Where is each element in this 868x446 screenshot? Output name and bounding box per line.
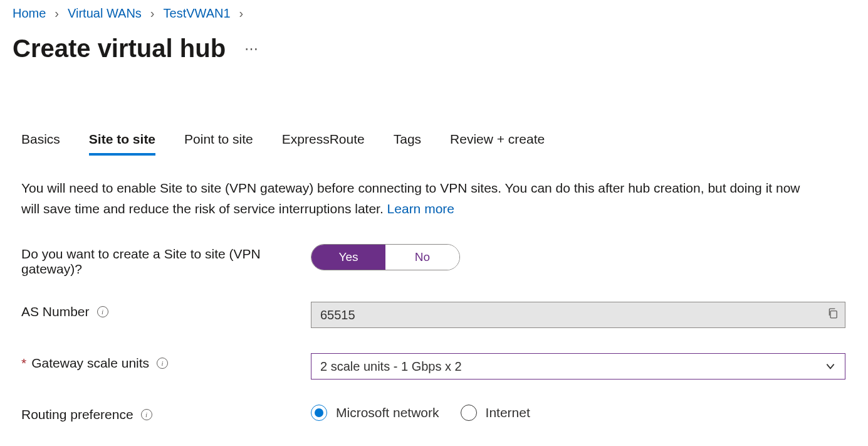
copy-icon[interactable] [827,308,839,322]
tab-review-create[interactable]: Review + create [450,132,545,156]
radio-icon [311,405,327,421]
chevron-right-icon: › [150,6,155,21]
as-number-field: 65515 [311,302,845,328]
tab-expressroute[interactable]: ExpressRoute [282,132,365,156]
radio-icon [461,405,477,421]
tab-tags[interactable]: Tags [394,132,421,156]
breadcrumb-testvwan1[interactable]: TestVWAN1 [164,6,231,21]
tab-point-to-site[interactable]: Point to site [184,132,253,156]
intro-text: You will need to enable Site to site (VP… [13,178,821,219]
gateway-scale-select[interactable]: 2 scale units - 1 Gbps x 2 [311,353,845,380]
info-icon[interactable]: i [141,409,152,420]
create-gateway-label: Do you want to create a Site to site (VP… [21,247,291,277]
required-indicator: * [21,356,26,371]
chevron-right-icon: › [239,6,244,21]
radio-label: Internet [486,405,530,420]
routing-preference-radio-group: Microsoft network Internet [311,405,845,421]
routing-pref-internet[interactable]: Internet [461,405,530,421]
gateway-scale-value: 2 scale units - 1 Gbps x 2 [320,359,462,374]
tab-site-to-site[interactable]: Site to site [89,132,155,156]
chevron-right-icon: › [55,6,59,21]
info-icon[interactable]: i [157,358,168,369]
learn-more-link[interactable]: Learn more [387,201,454,216]
breadcrumb-virtual-wans[interactable]: Virtual WANs [68,6,142,21]
toggle-no[interactable]: No [385,245,459,270]
routing-preference-label: Routing preference [21,407,133,422]
create-gateway-toggle[interactable]: Yes No [311,244,460,270]
radio-label: Microsoft network [336,405,439,420]
routing-pref-microsoft[interactable]: Microsoft network [311,405,439,421]
tab-basics[interactable]: Basics [21,132,60,156]
toggle-yes[interactable]: Yes [311,245,385,270]
page-title: Create virtual hub [13,35,226,63]
tabs: Basics Site to site Point to site Expres… [13,132,845,156]
breadcrumb: Home › Virtual WANs › TestVWAN1 › [13,6,845,21]
as-number-label: AS Number [21,304,90,319]
chevron-down-icon [825,361,836,372]
more-icon[interactable]: ⋯ [244,41,259,57]
as-number-value: 65515 [320,308,355,322]
svg-rect-0 [830,311,837,318]
info-icon[interactable]: i [97,306,108,317]
breadcrumb-home[interactable]: Home [13,6,46,21]
gateway-scale-label: Gateway scale units [31,356,149,371]
